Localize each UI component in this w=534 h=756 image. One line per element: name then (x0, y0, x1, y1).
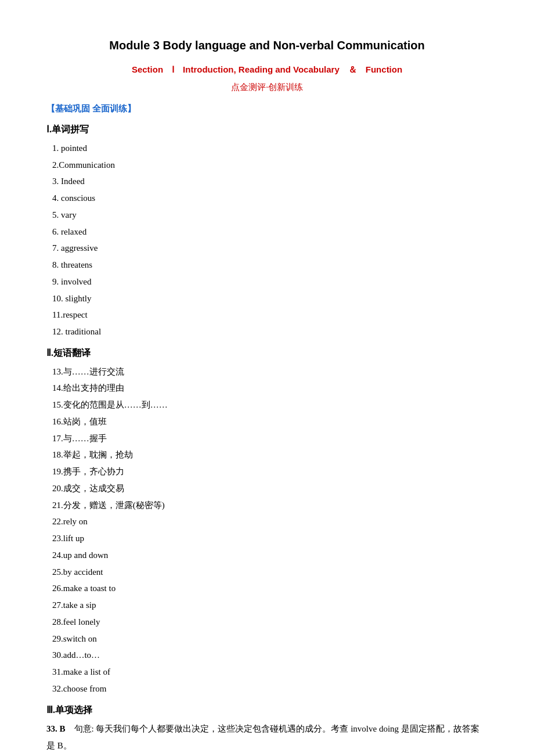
section3-heading: Ⅲ.单项选择 (46, 702, 488, 719)
section2-list: 13.与……进行交流14.给出支持的理由15.变化的范围是从……到……16.站岗… (46, 364, 488, 697)
list-item: 13.与……进行交流 (52, 364, 488, 380)
list-item: 8. threatens (52, 257, 488, 273)
list-item: 2.Communication (52, 157, 488, 174)
list-item: 16.站岗，值班 (52, 414, 488, 430)
list-item: 5. vary (52, 207, 488, 224)
section2-heading: Ⅱ.短语翻译 (46, 345, 488, 362)
section-title: Section Ⅰ Introduction, Reading and Voca… (46, 62, 488, 77)
list-item: 24.up and down (52, 548, 488, 564)
list-item: 31.make a list of (52, 664, 488, 681)
list-item: 26.make a toast to (52, 581, 488, 597)
list-item: 32.choose from (52, 681, 488, 697)
list-item: 18.举起，耽搁，抢劫 (52, 447, 488, 463)
list-item: 19.携手，齐心协力 (52, 464, 488, 480)
list-item: 10. slightly (52, 291, 488, 307)
badge-label: 【基础巩固 全面训练】 (46, 101, 488, 117)
page-title: Module 3 Body language and Non-verbal Co… (46, 35, 488, 56)
list-item: 23.lift up (52, 531, 488, 547)
list-item: 30.add…to… (52, 647, 488, 664)
list-item: 25.by accident (52, 564, 488, 581)
list-item: 15.变化的范围是从……到…… (52, 397, 488, 413)
list-item: 7. aggressive (52, 240, 488, 257)
list-item: 11.respect (52, 307, 488, 323)
section3-list: 33. B 句意: 每天我们每个人都要做出决定，这些决定包含碰机遇的成分。考查 … (46, 721, 488, 756)
list-item: 27.take a sip (52, 597, 488, 614)
list-item: 4. conscious (52, 190, 488, 207)
list-item: 3. Indeed (52, 174, 488, 190)
list-item: 6. relaxed (52, 224, 488, 240)
sub-title: 点金测评·创新训练 (46, 80, 488, 95)
list-item: 14.给出支持的理由 (52, 380, 488, 397)
list-item: 28.feel lonely (52, 614, 488, 631)
list-item: 17.与……握手 (52, 431, 488, 447)
list-item: 20.成交，达成交易 (52, 481, 488, 497)
section1-list: 1. pointed2.Communication3. Indeed4. con… (46, 141, 488, 340)
list-item: 9. involved (52, 274, 488, 290)
list-item: 1. pointed (52, 141, 488, 157)
list-item: 22.rely on (52, 514, 488, 530)
list-item: 21.分发，赠送，泄露(秘密等) (52, 498, 488, 514)
list-item: 12. traditional (52, 324, 488, 340)
choice-item: 33. B 句意: 每天我们每个人都要做出决定，这些决定包含碰机遇的成分。考查 … (46, 721, 488, 754)
list-item: 29.switch on (52, 631, 488, 647)
section1-heading: Ⅰ.单词拼写 (46, 121, 488, 138)
